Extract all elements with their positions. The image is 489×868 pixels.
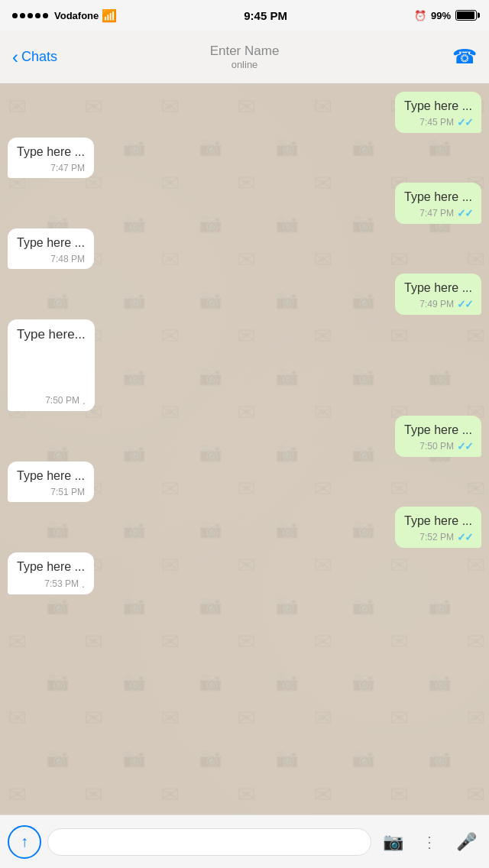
double-check-icon-5: ✓✓ [457,298,472,310]
back-arrow-icon: ‹ [12,47,18,68]
mic-icon: 🎤 [456,832,477,852]
bubble-time-5: 7:49 PM [419,299,454,309]
bubble-text-3: Type here ... [404,189,472,206]
mic-button[interactable]: 🎤 [451,827,481,857]
battery-percent: 99% [431,10,451,21]
bubble-10: Type here ...7:53 PM. [8,552,94,594]
nav-center: Enter Name online [210,44,280,70]
bubble-1: Type here ...7:45 PM✓✓ [395,92,481,133]
bubble-time-1: 7:45 PM [419,117,454,128]
bubble-3: Type here ...7:47 PM✓✓ [395,183,481,224]
dot5 [43,13,48,18]
back-button[interactable]: ‹ Chats [12,47,57,68]
double-check-icon-3: ✓✓ [457,207,472,219]
bubble-footer-9: 7:52 PM✓✓ [404,531,472,543]
chat-name: Enter Name [210,44,280,59]
message-row-6: Type here...7:50 PM. [8,319,481,411]
bottom-toolbar: ↑ 📷 ⋮ 🎤 [0,815,489,868]
bubble-text-7: Type here ... [404,422,472,439]
bubble-2: Type here ...7:47 PM [8,138,94,177]
bubble-text-10: Type here ... [17,559,85,575]
carrier-label: Vodafone [54,10,99,21]
chat-area: Type here ...7:45 PM✓✓Type here ...7:47 … [0,84,489,815]
call-button[interactable]: ☎ [452,45,477,69]
bubble-text-8: Type here ... [17,468,85,484]
bubble-footer-6: 7:50 PM. [17,394,86,406]
bubble-time-9: 7:52 PM [419,532,454,542]
message-row-5: Type here ...7:49 PM✓✓ [8,274,481,315]
send-icon: ↑ [21,833,28,850]
bubble-footer-4: 7:48 PM [17,254,85,264]
alarm-icon: ⏰ [414,10,426,21]
online-status: online [210,59,280,70]
bubble-time-7: 7:50 PM [419,441,454,452]
status-time: 9:45 PM [244,9,287,22]
battery-icon [455,10,477,21]
bubble-7: Type here ...7:50 PM✓✓ [395,416,481,457]
battery-fill [457,11,474,19]
more-button[interactable]: ⋮ [414,827,445,857]
dot2 [20,13,25,18]
dot1 [12,13,18,18]
bubble-footer-8: 7:51 PM [17,487,85,497]
bubble-time-3: 7:47 PM [419,208,454,219]
back-label: Chats [21,49,57,65]
bubble-time-8: 7:51 PM [50,487,85,497]
message-row-7: Type here ...7:50 PM✓✓ [8,416,481,457]
send-button[interactable]: ↑ [8,825,41,859]
bubble-text-6: Type here... [17,326,86,344]
bubble-6: Type here...7:50 PM. [8,319,95,411]
bubble-footer-2: 7:47 PM [17,163,85,173]
message-row-8: Type here ...7:51 PM [8,462,481,501]
message-row-1: Type here ...7:45 PM✓✓ [8,92,481,133]
message-input[interactable] [47,828,371,856]
bubble-8: Type here ...7:51 PM [8,462,94,501]
single-dot-10: . [82,578,85,590]
message-row-2: Type here ...7:47 PM [8,138,481,177]
dots-icon: ⋮ [422,833,437,851]
bubble-footer-7: 7:50 PM✓✓ [404,440,472,452]
bubble-text-1: Type here ... [404,98,472,115]
camera-icon: 📷 [383,832,403,852]
camera-button[interactable]: 📷 [377,827,408,857]
double-check-icon-7: ✓✓ [457,440,472,452]
message-row-3: Type here ...7:47 PM✓✓ [8,183,481,224]
bubble-time-2: 7:47 PM [50,163,85,173]
wifi-icon: 📶 [102,8,117,23]
bubble-4: Type here ...7:48 PM [8,228,94,268]
dot3 [28,13,33,18]
dot4 [35,13,40,18]
bubble-text-9: Type here ... [404,513,472,530]
bubble-footer-3: 7:47 PM✓✓ [404,207,472,219]
bubble-time-10: 7:53 PM [44,578,79,589]
bubble-time-6: 7:50 PM [45,395,79,406]
status-left: Vodafone 📶 [12,8,117,23]
double-check-icon-9: ✓✓ [457,531,472,543]
bubble-9: Type here ...7:52 PM✓✓ [395,507,481,548]
nav-bar: ‹ Chats Enter Name online ☎ [0,31,489,84]
bubble-text-2: Type here ... [17,144,85,160]
bubble-footer-10: 7:53 PM. [17,578,85,590]
bubble-text-4: Type here ... [17,235,85,251]
double-check-icon-1: ✓✓ [457,116,472,128]
message-row-9: Type here ...7:52 PM✓✓ [8,507,481,548]
status-right: ⏰ 99% [414,10,477,21]
message-row-10: Type here ...7:53 PM. [8,552,481,594]
bubble-footer-5: 7:49 PM✓✓ [404,298,472,310]
bubble-footer-1: 7:45 PM✓✓ [404,116,472,128]
bubble-text-5: Type here ... [404,280,472,296]
bubble-time-4: 7:48 PM [50,254,85,264]
single-dot-6: . [83,394,86,406]
status-bar: Vodafone 📶 9:45 PM ⏰ 99% [0,0,489,31]
message-row-4: Type here ...7:48 PM [8,228,481,268]
bubble-5: Type here ...7:49 PM✓✓ [395,274,481,315]
signal-dots [12,13,48,18]
